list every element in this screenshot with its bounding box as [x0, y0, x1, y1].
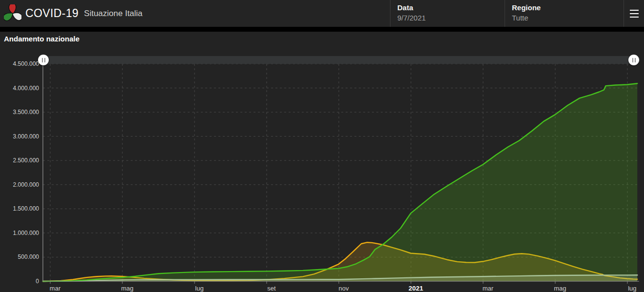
hamburger-menu-button[interactable] — [624, 0, 644, 27]
svg-text:3.500.000: 3.500.000 — [13, 109, 39, 116]
svg-text:2.000.000: 2.000.000 — [13, 181, 39, 188]
app-header: COVID-19 Situazione Italia Data 9/7/2021… — [0, 0, 644, 27]
svg-text:mar: mar — [483, 285, 494, 292]
date-filter-value: 9/7/2021 — [397, 13, 505, 23]
date-filter-label: Data — [397, 3, 505, 13]
drag-handle-icon — [632, 58, 633, 62]
svg-text:mag: mag — [554, 285, 566, 292]
svg-text:mar: mar — [50, 285, 61, 292]
hamburger-icon — [630, 10, 639, 11]
svg-text:2021: 2021 — [409, 285, 424, 292]
svg-text:mag: mag — [121, 285, 133, 292]
svg-text:1.000.000: 1.000.000 — [13, 230, 39, 236]
time-range-slider[interactable] — [42, 56, 640, 64]
protezione-civile-logo-icon — [4, 4, 21, 22]
app-title: COVID-19 — [25, 7, 78, 20]
app-subtitle: Situazione Italia — [84, 9, 142, 19]
andamento-nazionale-chart: 4.500.0004.000.0003.500.0003.000.0002.50… — [0, 32, 644, 292]
svg-text:nov: nov — [338, 285, 349, 292]
svg-text:lug: lug — [628, 285, 636, 292]
andamento-nazionale-panel: Andamento nazionale 4.500.0004.000.0003.… — [0, 32, 644, 292]
drag-handle-icon — [42, 58, 43, 62]
svg-text:4.000.000: 4.000.000 — [13, 85, 39, 92]
svg-text:lug: lug — [195, 285, 203, 292]
svg-text:2.500.000: 2.500.000 — [13, 157, 39, 164]
slider-handle-right[interactable] — [628, 55, 639, 65]
svg-text:4.500.000: 4.500.000 — [13, 60, 39, 67]
region-filter[interactable]: Regione Tutte — [505, 0, 624, 27]
region-filter-label: Regione — [512, 3, 624, 13]
svg-text:3.000.000: 3.000.000 — [13, 133, 39, 140]
date-filter[interactable]: Data 9/7/2021 — [390, 0, 505, 27]
svg-text:set: set — [267, 285, 276, 292]
svg-text:1.500.000: 1.500.000 — [13, 205, 39, 212]
svg-text:500.000: 500.000 — [18, 253, 39, 260]
svg-text:0: 0 — [36, 278, 39, 285]
green-series-area — [43, 83, 637, 281]
region-filter-value: Tutte — [512, 13, 624, 23]
slider-handle-left[interactable] — [38, 55, 49, 65]
